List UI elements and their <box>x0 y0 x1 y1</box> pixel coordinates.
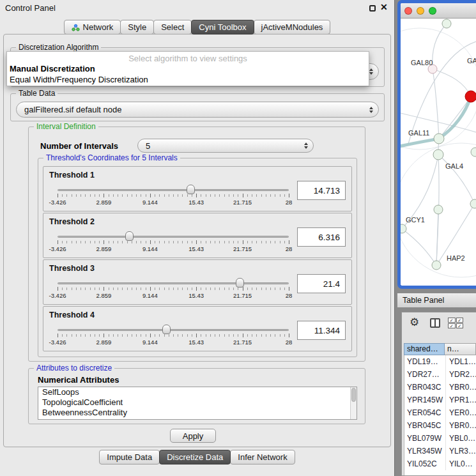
checkbox-glyph: ✓ <box>456 323 464 328</box>
cell-shared-name[interactable]: YER054C <box>404 406 445 419</box>
screen: Control Panel ✕ NetworkStyleSelectCyni T… <box>0 0 476 476</box>
tab-label: Discretize Data <box>167 452 223 462</box>
algorithm-option[interactable]: Equal Width/Frequency Discretization <box>7 74 369 85</box>
slider-tick <box>66 334 67 337</box>
threshold-value-field[interactable]: 6.316 <box>297 227 346 247</box>
scrollbar-thumb[interactable] <box>351 388 356 402</box>
cell-name[interactable]: YDL1… <box>445 355 476 368</box>
table-data-combo[interactable]: galFiltered.sif default node <box>16 102 379 118</box>
cell-shared-name[interactable]: YDL19… <box>404 355 445 368</box>
cell-name[interactable]: YER0… <box>445 406 476 419</box>
slider-tick <box>284 194 285 197</box>
cell-name[interactable]: YBR0… <box>445 381 476 394</box>
algorithm-option[interactable]: Manual Discretization <box>7 63 369 74</box>
slider-track[interactable] <box>58 189 289 191</box>
table-row[interactable]: YBR045CYBR0… <box>404 419 476 432</box>
combo-arrows-icon[interactable] <box>369 105 373 115</box>
cell-name[interactable]: YBL0… <box>445 432 476 445</box>
table-row[interactable]: YDR27…YDR2… <box>404 368 476 381</box>
network-node[interactable] <box>465 91 476 102</box>
attribute-item[interactable]: SelfLoops <box>38 387 357 397</box>
cell-shared-name[interactable]: YBR043C <box>404 381 445 394</box>
traffic-close-button[interactable] <box>404 7 412 15</box>
cell-shared-name[interactable]: YIL052C <box>404 457 445 470</box>
cell-shared-name[interactable]: YBL079W <box>404 432 445 445</box>
cell-shared-name[interactable]: YLR345W <box>404 445 445 457</box>
number-of-intervals-label: Number of Intervals <box>40 141 118 151</box>
tab-discretize-data[interactable]: Discretize Data <box>159 450 231 464</box>
network-graph[interactable]: GAL80GAGAL11GAL4GCY1HAP2 <box>401 19 476 285</box>
table-row[interactable]: YPR145WYPR1… <box>404 394 476 406</box>
threshold-slider: -3.4262.8599.14415.4321.71528 <box>58 230 289 254</box>
cell-shared-name[interactable]: YBR045C <box>404 419 445 432</box>
slider-tick <box>99 288 100 290</box>
slider-tick <box>76 288 77 290</box>
table-row[interactable]: YBL079WYBL0… <box>404 432 476 445</box>
cell-name[interactable]: YBR0… <box>445 419 476 432</box>
tab-jactivemnodules[interactable]: jActiveMNodules <box>254 20 331 35</box>
control-panel-window: Control Panel ✕ NetworkStyleSelectCyni T… <box>0 0 395 476</box>
slider-tick <box>173 288 174 290</box>
cell-shared-name[interactable]: YPR145W <box>404 394 445 406</box>
slider-thumb[interactable] <box>236 278 244 288</box>
table-row[interactable]: YDL19…YDL1… <box>404 355 476 368</box>
network-node[interactable] <box>470 199 476 208</box>
slider-tick <box>289 334 289 337</box>
select-attributes-icon[interactable]: ✓✓✓✓ <box>448 318 463 328</box>
settings-gear-icon[interactable]: ⚙ <box>410 316 419 329</box>
attribute-item[interactable]: BetweennessCentrality <box>38 408 357 418</box>
slider-tick <box>224 288 225 290</box>
cell-name[interactable]: YDR2… <box>445 368 476 381</box>
tab-style[interactable]: Style <box>120 20 154 35</box>
traffic-minimize-button[interactable] <box>417 7 424 15</box>
threshold-value-field[interactable]: 11.344 <box>297 321 346 340</box>
table-row[interactable]: YIL052CYIL0… <box>404 457 476 470</box>
list-scrollbar[interactable] <box>350 387 357 419</box>
network-window-titlebar[interactable] <box>401 3 476 19</box>
network-node[interactable] <box>434 134 444 144</box>
network-canvas[interactable]: GAL80GAGAL11GAL4GCY1HAP2 <box>401 19 476 285</box>
float-window-icon[interactable] <box>369 5 376 12</box>
slider-thumb[interactable] <box>187 185 195 194</box>
traffic-zoom-button[interactable] <box>429 7 436 15</box>
threshold-label: Threshold 4 <box>49 311 95 319</box>
tab-select[interactable]: Select <box>153 20 192 35</box>
column-header-shared-name[interactable]: shared… <box>404 343 445 355</box>
slider-tick <box>113 334 114 337</box>
network-node[interactable] <box>401 224 406 233</box>
column-layout-icon[interactable] <box>430 318 440 328</box>
table-row[interactable]: YER054CYER0… <box>404 406 476 419</box>
slider-thumb[interactable] <box>162 325 171 334</box>
tab-label: Select <box>161 22 184 32</box>
network-node[interactable] <box>471 148 476 157</box>
attribute-item[interactable]: TopologicalCoefficient <box>38 397 357 408</box>
table-row[interactable]: YLR345WYLR3… <box>404 445 476 457</box>
combo-arrows-icon[interactable] <box>304 141 308 151</box>
number-of-intervals-combo[interactable]: 5 <box>137 139 314 153</box>
combo-arrows-icon[interactable] <box>369 66 373 77</box>
column-header-name[interactable]: n… <box>445 343 476 355</box>
tab-impute-data[interactable]: Impute Data <box>99 450 160 464</box>
network-node[interactable] <box>442 19 451 28</box>
slider-track[interactable] <box>58 236 289 238</box>
cell-name[interactable]: YIL0… <box>445 457 476 470</box>
slider-track[interactable] <box>58 329 289 331</box>
apply-button[interactable]: Apply <box>170 429 216 443</box>
threshold-value-field[interactable]: 14.713 <box>297 181 346 200</box>
slider-track[interactable] <box>58 282 289 284</box>
tab-network[interactable]: Network <box>64 20 121 35</box>
cell-name[interactable]: YPR1… <box>445 394 476 406</box>
cell-name[interactable]: YLR3… <box>445 445 476 457</box>
table-row[interactable]: YBR043CYBR0… <box>404 381 476 394</box>
slider-thumb[interactable] <box>125 231 134 241</box>
tab-infer-network[interactable]: Infer Network <box>230 450 295 464</box>
close-icon[interactable]: ✕ <box>380 2 388 12</box>
network-node[interactable] <box>434 205 443 214</box>
network-node[interactable] <box>432 261 441 270</box>
threshold-value-field[interactable]: 21.4 <box>297 274 346 293</box>
cell-shared-name[interactable]: YDR27… <box>404 368 445 381</box>
slider-tick <box>173 334 174 337</box>
slider-scale-label: 9.144 <box>142 245 158 252</box>
tab-cyni-toolbox[interactable]: Cyni Toolbox <box>191 20 254 35</box>
network-node[interactable] <box>433 150 443 160</box>
